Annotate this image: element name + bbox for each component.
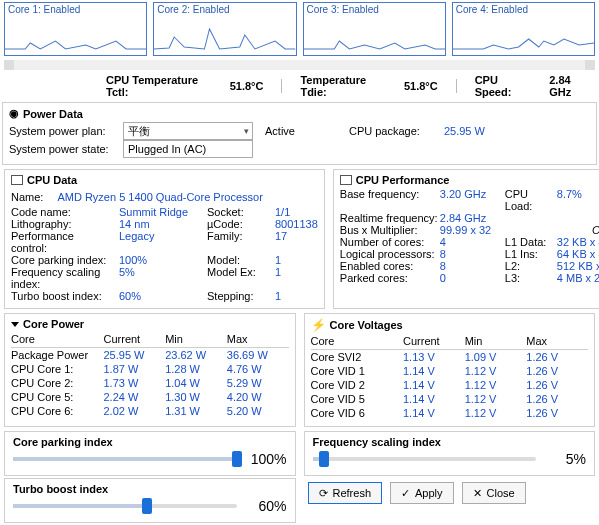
- close-icon: ✕: [473, 487, 482, 500]
- core-voltages-table: CoreCurrentMinMaxCore SVI21.13 V1.09 V1.…: [311, 334, 589, 420]
- graph-scrollbar[interactable]: [4, 60, 595, 70]
- freq-scaling-slider[interactable]: [313, 457, 537, 461]
- core-voltages-panel: ⚡Core Voltages CoreCurrentMinMaxCore SVI…: [304, 313, 596, 427]
- turbo-boost-value: 60%: [245, 498, 287, 514]
- core-parking-slider[interactable]: [13, 457, 237, 461]
- turbo-boost-title: Turbo boost index: [13, 483, 287, 495]
- cpu-perf-title: CPU Performance: [356, 174, 450, 186]
- core-graph-3-title: Core 3: Enabled: [304, 3, 445, 16]
- freq-scaling-title: Frequency scaling index: [313, 436, 587, 448]
- chip-icon: [11, 175, 23, 185]
- chevron-down-icon: ▾: [244, 126, 249, 136]
- power-state-label: System power state:: [9, 143, 119, 155]
- core-graph-2-title: Core 2: Enabled: [154, 3, 295, 16]
- power-data-panel: ◉Power Data System power plan: 平衡▾ Activ…: [2, 102, 597, 165]
- cpu-package-label: CPU package:: [349, 125, 420, 137]
- apply-button[interactable]: ✓Apply: [390, 482, 454, 504]
- bolt-icon: ⚡: [311, 318, 326, 332]
- core-parking-value: 100%: [245, 451, 287, 467]
- core-graphs-row: Core 1: Enabled Core 2: Enabled Core 3: …: [0, 0, 599, 56]
- table-row: CPU Core 5:2.24 W1.30 W4.20 W: [11, 390, 289, 404]
- table-row: Core SVI21.13 V1.09 V1.26 V: [311, 350, 589, 365]
- core-graph-3: Core 3: Enabled: [303, 2, 446, 56]
- core-graph-4-title: Core 4: Enabled: [453, 3, 594, 16]
- table-row: CPU Core 6:2.02 W1.31 W5.20 W: [11, 404, 289, 418]
- check-icon: ✓: [401, 487, 410, 500]
- cpu-name-label: Name:: [11, 191, 43, 203]
- cpu-performance-panel: CPU Performance Base frequency:3.20 GHzC…: [333, 169, 599, 309]
- tdie-value: 51.8°C: [404, 80, 438, 92]
- cpu-name-value: AMD Ryzen 5 1400 Quad-Core Processor: [57, 191, 262, 203]
- core-power-panel: Core Power CoreCurrentMinMaxPackage Powe…: [4, 313, 296, 427]
- caret-down-icon[interactable]: [11, 322, 19, 327]
- freq-scaling-value: 5%: [544, 451, 586, 467]
- turbo-boost-slider[interactable]: [13, 504, 237, 508]
- core-graph-1-title: Core 1: Enabled: [5, 3, 146, 16]
- temperature-bar: CPU Temperature Tctl: 51.8°C Temperature…: [0, 72, 599, 100]
- cpu-data-title: CPU Data: [27, 174, 77, 186]
- table-row: CPU Core 1:1.87 W1.28 W4.76 W: [11, 362, 289, 376]
- core-parking-title: Core parking index: [13, 436, 287, 448]
- table-row: Core VID 51.14 V1.12 V1.26 V: [311, 392, 589, 406]
- tctl-label: CPU Temperature Tctl:: [106, 74, 212, 98]
- core-graph-4: Core 4: Enabled: [452, 2, 595, 56]
- core-power-table: CoreCurrentMinMaxPackage Power25.95 W23.…: [11, 332, 289, 418]
- tctl-value: 51.8°C: [230, 80, 264, 92]
- chip-icon: [340, 175, 352, 185]
- core-graph-1: Core 1: Enabled: [4, 2, 147, 56]
- tdie-label: Temperature Tdie:: [300, 74, 386, 98]
- core-graph-2: Core 2: Enabled: [153, 2, 296, 56]
- power-plan-status: Active: [265, 125, 295, 137]
- power-title: Power Data: [23, 108, 83, 120]
- cpu-data-grid: Code name:Summit RidgeSocket:1/1Lithogra…: [11, 206, 318, 302]
- gauge-icon: ◉: [9, 107, 19, 120]
- cpu-package-value: 25.95 W: [444, 125, 485, 137]
- perf-grid: Base frequency:3.20 GHzCPU Load:8.7%Real…: [340, 188, 599, 284]
- table-row: Package Power25.95 W23.62 W36.69 W: [11, 348, 289, 363]
- cpu-data-panel: CPU Data Name:AMD Ryzen 5 1400 Quad-Core…: [4, 169, 325, 309]
- speed-value: 2.84 GHz: [549, 74, 591, 98]
- refresh-button[interactable]: ⟳Refresh: [308, 482, 383, 504]
- table-row: Core VID 11.14 V1.12 V1.26 V: [311, 364, 589, 378]
- close-button[interactable]: ✕Close: [462, 482, 526, 504]
- table-row: CPU Core 2:1.73 W1.04 W5.29 W: [11, 376, 289, 390]
- table-row: Core VID 61.14 V1.12 V1.26 V: [311, 406, 589, 420]
- refresh-icon: ⟳: [319, 487, 328, 500]
- table-row: Core VID 21.14 V1.12 V1.26 V: [311, 378, 589, 392]
- power-state-select[interactable]: Plugged In (AC): [123, 140, 253, 158]
- power-plan-label: System power plan:: [9, 125, 119, 137]
- freq-scaling-slider-box: Frequency scaling index 5%: [304, 431, 596, 476]
- button-bar: ⟳Refresh ✓Apply ✕Close: [302, 478, 598, 508]
- core-parking-slider-box: Core parking index 100%: [4, 431, 296, 476]
- power-plan-select[interactable]: 平衡▾: [123, 122, 253, 140]
- speed-label: CPU Speed:: [475, 74, 532, 98]
- core-power-title: Core Power: [23, 318, 84, 330]
- turbo-boost-slider-box: Turbo boost index 60%: [4, 478, 296, 523]
- core-voltages-title: Core Voltages: [330, 319, 403, 331]
